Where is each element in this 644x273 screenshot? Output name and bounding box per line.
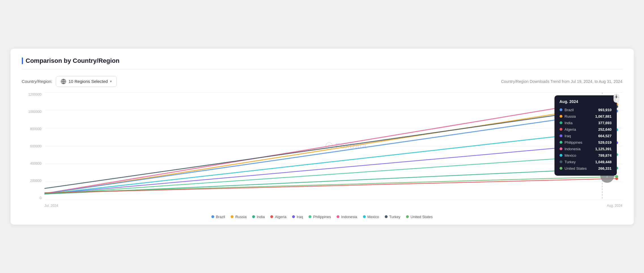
- legend-row: Brazil Russia India Algeria Iraq Philipp…: [22, 215, 622, 219]
- tooltip-dot-2: [560, 121, 562, 124]
- legend-dot-3: [270, 215, 273, 218]
- tooltip-value-4: 664,527: [598, 134, 612, 138]
- y-label-5: 1000000: [28, 110, 42, 114]
- y-label-2: 400000: [30, 162, 41, 165]
- x-label-aug: Aug. 2024: [607, 204, 622, 208]
- main-card: Comparison by Country/Region Country/Reg…: [10, 49, 634, 225]
- tooltip-value-5: 529,019: [598, 140, 612, 145]
- legend-label-4: Iraq: [297, 215, 303, 219]
- tooltip-box: Aug. 2024 Brazil 993,910 Russia 1,067,88…: [554, 95, 617, 176]
- page-title: Comparison by Country/Region: [26, 57, 120, 65]
- tooltip-row: Russia 1,067,881: [560, 113, 612, 120]
- legend-label-6: Indonesia: [341, 215, 357, 219]
- y-label-1: 200000: [30, 179, 41, 183]
- legend-dot-0: [211, 215, 214, 218]
- filter-label: Country/Region:: [22, 79, 52, 84]
- tooltip-row: India 377,693: [560, 120, 612, 126]
- tooltip-row: Philippines 529,019: [560, 139, 612, 146]
- legend-item-russia: Russia: [231, 215, 246, 219]
- chart-plot: F FoxData: [44, 93, 622, 200]
- region-selector-text: 10 Regions Selected: [69, 79, 108, 84]
- tooltip-country-name-7: Mexico: [565, 153, 576, 158]
- svg-line-8: [44, 106, 617, 188]
- tooltip-dot-7: [560, 154, 562, 157]
- legend-dot-2: [252, 215, 255, 218]
- tooltip-row: Mexico 789,874: [560, 152, 612, 159]
- tooltip-country-name-0: Brazil: [565, 108, 574, 112]
- legend-dot-4: [292, 215, 295, 218]
- tooltip-row: Algeria 252,640: [560, 126, 612, 133]
- tooltip-country-name-8: Turkey: [565, 160, 576, 164]
- legend-label-5: Philippines: [313, 215, 331, 219]
- legend-item-united-states: United States: [406, 215, 433, 219]
- globe-icon: [61, 79, 66, 84]
- y-axis-labels: 1200000 1000000 800000 600000 400000 200…: [22, 93, 44, 200]
- chart-wrapper: 1200000 1000000 800000 600000 400000 200…: [22, 93, 622, 211]
- tooltip-country-name-4: Iraq: [565, 134, 571, 138]
- tooltip-country-6: Indonesia: [560, 147, 581, 151]
- tooltip-country-1: Russia: [560, 114, 576, 119]
- legend-label-2: India: [257, 215, 265, 219]
- tooltip-dot-1: [560, 115, 562, 118]
- chart-area: 1200000 1000000 800000 600000 400000 200…: [22, 93, 622, 211]
- tooltip-dot-0: [560, 108, 562, 111]
- legend-item-philippines: Philippines: [309, 215, 331, 219]
- legend-label-3: Algeria: [275, 215, 286, 219]
- tooltip-row: Indonesia 1,125,391: [560, 146, 612, 152]
- tooltip-dot-9: [560, 167, 562, 170]
- legend-item-algeria: Algeria: [270, 215, 286, 219]
- tooltip-value-0: 993,910: [598, 108, 612, 112]
- tooltip-country-name-6: Indonesia: [565, 147, 581, 151]
- tooltip-row: Iraq 664,527: [560, 133, 612, 139]
- tooltip-value-3: 252,640: [598, 127, 612, 132]
- tooltip-country-9: United States: [560, 166, 587, 171]
- chevron-down-icon: ▾: [110, 79, 112, 83]
- tooltip-dot-8: [560, 160, 562, 163]
- legend-item-india: India: [252, 215, 265, 219]
- tooltip-country-2: India: [560, 121, 573, 125]
- svg-line-11: [44, 143, 617, 194]
- filter-row: Country/Region: 10 Regions Selected ▾: [22, 76, 117, 87]
- tooltip-country-5: Philippines: [560, 140, 583, 145]
- legend-item-brazil: Brazil: [211, 215, 225, 219]
- tooltip-row: United States 266,331: [560, 165, 612, 172]
- tooltip-rows-container: Brazil 993,910 Russia 1,067,881 India 37…: [560, 107, 612, 172]
- legend-item-iraq: Iraq: [292, 215, 303, 219]
- x-axis-labels: Jul. 2024 Aug. 2024: [44, 200, 622, 211]
- tooltip-country-name-2: India: [565, 121, 573, 125]
- x-label-jul: Jul. 2024: [44, 204, 58, 208]
- legend-dot-7: [363, 215, 366, 218]
- tooltip-country-name-5: Philippines: [565, 140, 583, 145]
- trend-title: Country/Region Downloads Trend from Jul …: [501, 79, 622, 84]
- tooltip-country-4: Iraq: [560, 134, 571, 138]
- legend-label-9: United States: [411, 215, 433, 219]
- legend-label-0: Brazil: [216, 215, 225, 219]
- tooltip-row: Turkey 1,049,448: [560, 159, 612, 165]
- tooltip-dot-6: [560, 147, 562, 150]
- tooltip-value-6: 1,125,391: [595, 147, 612, 151]
- legend-label-7: Mexico: [367, 215, 379, 219]
- svg-line-12: [44, 154, 617, 194]
- legend-item-indonesia: Indonesia: [337, 215, 357, 219]
- tooltip-dot-5: [560, 141, 562, 144]
- tooltip-country-name-1: Russia: [565, 114, 576, 119]
- tooltip-country-7: Mexico: [560, 153, 576, 158]
- tooltip-dot-3: [560, 128, 562, 131]
- region-selector[interactable]: 10 Regions Selected ▾: [56, 76, 117, 87]
- legend-dot-6: [337, 215, 339, 218]
- legend-label-8: Turkey: [389, 215, 400, 219]
- legend-dot-9: [406, 215, 409, 218]
- tooltip-value-8: 1,049,448: [595, 160, 612, 164]
- tooltip-dot-4: [560, 134, 562, 137]
- legend-dot-1: [231, 215, 233, 218]
- legend-item-mexico: Mexico: [363, 215, 379, 219]
- tooltip-date: Aug. 2024: [560, 99, 612, 104]
- tooltip-country-0: Brazil: [560, 108, 574, 112]
- legend-dot-5: [309, 215, 311, 218]
- tooltip-value-2: 377,693: [598, 121, 612, 125]
- tooltip-value-7: 789,874: [598, 153, 612, 158]
- controls-row: Country/Region: 10 Regions Selected ▾ Co…: [22, 76, 622, 87]
- tooltip-country-name-3: Algeria: [565, 127, 576, 132]
- title-bar: [22, 57, 23, 64]
- tooltip-value-1: 1,067,881: [595, 114, 612, 119]
